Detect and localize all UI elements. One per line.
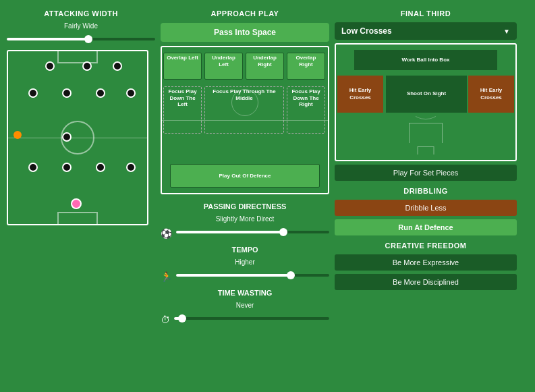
shoot-on-sight-btn[interactable]: Shoot On Sight (386, 76, 467, 113)
final-third-pitch: Work Ball Into Box Hit Early Crosses Sho… (335, 43, 517, 161)
ball-icon: ⚽ (161, 228, 172, 239)
time-wasting-title: TIME WASTING (218, 289, 273, 297)
be-more-expressive-btn[interactable]: Be More Expressive (335, 254, 517, 271)
creative-freedom-title: CREATIVE FREEDOM (385, 242, 467, 250)
tempo-value: Higher (235, 258, 254, 266)
approach-play-title: APPROACH PLAY (211, 9, 279, 18)
time-wasting-slider[interactable]: ⏱ (161, 314, 329, 325)
play-for-set-pieces-btn[interactable]: Play For Set Pieces (335, 165, 517, 181)
final-third-value: Low Crosses (341, 26, 392, 36)
attacking-width-slider[interactable] (7, 35, 155, 46)
final-third-title: FINAL THIRD (401, 9, 451, 18)
chevron-down-icon: ▼ (503, 28, 510, 35)
middle-column: APPROACH PLAY Pass Into Space Overlap Le… (161, 7, 329, 385)
passing-directness-slider[interactable]: ⚽ (161, 228, 329, 239)
timer-icon: ⏱ (161, 314, 170, 325)
hit-early-crosses-right-btn[interactable]: Hit Early Crosses (468, 76, 514, 113)
tempo-title: TEMPO (231, 246, 258, 254)
underlap-right-btn[interactable]: Underlap Right (246, 53, 284, 80)
work-ball-into-box-btn[interactable]: Work Ball Into Box (354, 50, 498, 70)
left-column: ATTACKING WIDTH Fairly Wide (7, 7, 155, 385)
focus-play-down-left-btn[interactable]: Focus Play Down The Left (163, 86, 202, 134)
time-wasting-value: Never (236, 302, 254, 309)
overlap-left-btn[interactable]: Overlap Left (163, 53, 202, 80)
approach-pitch: Overlap Left Underlap Left Underlap Righ… (161, 46, 329, 194)
overlap-right-btn[interactable]: Overlap Right (287, 53, 325, 80)
focus-play-down-right-btn[interactable]: Focus Play Down The Right (287, 86, 325, 134)
passing-directness-value: Slightly More Direct (216, 215, 275, 223)
underlap-left-btn[interactable]: Underlap Left (204, 53, 243, 80)
formation-pitch (7, 50, 148, 225)
run-at-defence-btn[interactable]: Run At Defence (335, 219, 517, 235)
tempo-slider[interactable]: 🏃 (161, 271, 329, 282)
right-column: FINAL THIRD Low Crosses ▼ Work Ball Into… (335, 7, 517, 385)
play-out-of-defence-btn[interactable]: Play Out Of Defence (170, 164, 319, 188)
dribble-less-btn[interactable]: Dribble Less (335, 200, 517, 216)
tempo-icon: 🏃 (161, 271, 172, 282)
hit-early-crosses-left-btn[interactable]: Hit Early Crosses (337, 76, 383, 113)
final-third-dropdown[interactable]: Low Crosses ▼ (335, 22, 517, 40)
passing-directness-title: PASSING DIRECTNESS (204, 202, 287, 211)
attacking-width-title: ATTACKING WIDTH (44, 9, 118, 18)
be-more-disciplined-btn[interactable]: Be More Disciplined (335, 274, 517, 290)
attacking-width-value: Fairly Wide (64, 22, 98, 30)
pass-into-space-button[interactable]: Pass Into Space (161, 23, 329, 42)
dribbling-title: DRIBBLING (403, 187, 448, 195)
